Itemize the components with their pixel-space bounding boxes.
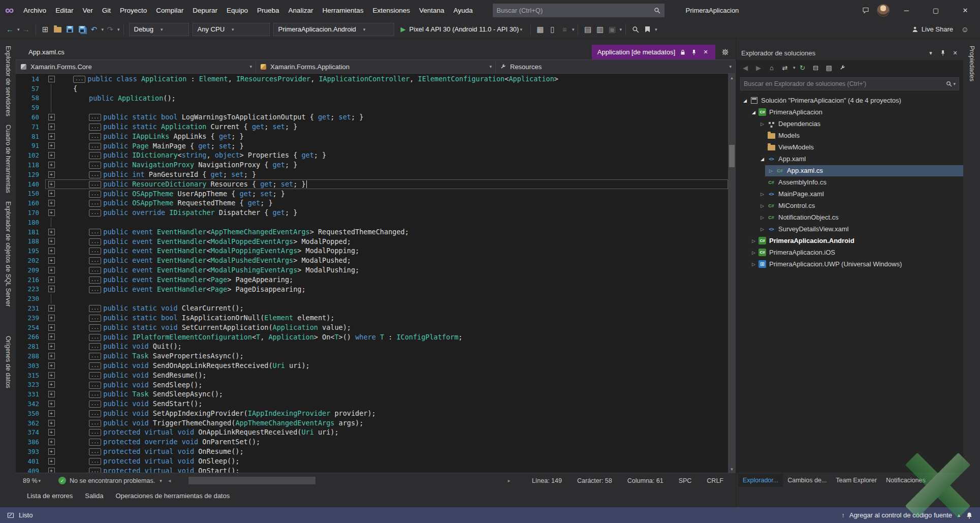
code-line-315[interactable]: 315+...public void SendResume(); xyxy=(16,371,728,380)
menu-ventana[interactable]: Ventana xyxy=(415,5,449,16)
breadcrumb-xamarin-forms-core[interactable]: Xamarin.Forms.Core▾ xyxy=(16,59,256,74)
insert-mode-indicator[interactable]: SPC xyxy=(679,477,692,484)
collapsed-comment-region[interactable]: ... xyxy=(89,362,101,370)
code-line-288[interactable]: 288+...public Task SavePropertiesAsync()… xyxy=(16,351,728,361)
collapsed-comment-region[interactable]: ... xyxy=(89,343,101,350)
code-line-231[interactable]: 231+...public static void ClearCurrent()… xyxy=(16,303,728,313)
fold-gutter[interactable]: + xyxy=(45,447,57,456)
collapsed-comment-region[interactable]: ... xyxy=(89,286,101,293)
expand-region-icon[interactable]: + xyxy=(48,257,55,264)
expand-region-icon[interactable]: + xyxy=(48,133,55,140)
save-all-icon[interactable] xyxy=(76,23,88,36)
bell-icon[interactable] xyxy=(966,512,973,519)
android-device-manager-icon[interactable]: ▯ xyxy=(547,23,558,36)
tree-collapsed-icon[interactable]: ▷ xyxy=(750,238,757,243)
collapsed-comment-region[interactable]: ... xyxy=(89,448,101,455)
solution-search-input[interactable] xyxy=(744,80,946,87)
code-line-57[interactable]: 57{ xyxy=(16,84,728,94)
fold-gutter[interactable]: + xyxy=(45,179,57,189)
redo-icon[interactable]: ↷ xyxy=(104,23,116,36)
collapsed-comment-region[interactable]: ... xyxy=(89,162,101,169)
code-line-195[interactable]: 195+...public event EventHandler<ModalPo… xyxy=(16,246,728,256)
sync-with-active-document-icon[interactable]: ⇄ xyxy=(779,61,791,74)
line-ending-indicator[interactable]: CRLF xyxy=(707,477,723,484)
device-caret-icon[interactable]: ▾ xyxy=(572,27,575,32)
navigate-forward-icon[interactable]: → xyxy=(20,23,32,36)
user-avatar[interactable] xyxy=(874,0,892,20)
tree-item-micontrol-cs[interactable]: ▷C#MiControl.cs xyxy=(736,200,963,211)
search-icon[interactable] xyxy=(946,81,952,87)
collapse-all-icon[interactable]: ⊟ xyxy=(810,61,822,74)
code-line-59[interactable]: 59 xyxy=(16,103,728,112)
fold-gutter[interactable]: + xyxy=(45,285,57,294)
collapsed-comment-region[interactable]: ... xyxy=(89,353,101,360)
forward-icon[interactable]: ▶ xyxy=(752,61,765,74)
expand-region-icon[interactable]: + xyxy=(48,401,55,407)
expand-region-icon[interactable]: + xyxy=(48,114,55,120)
search-icon[interactable] xyxy=(654,7,660,14)
fold-gutter[interactable]: + xyxy=(45,332,57,342)
collapsed-comment-region[interactable]: ... xyxy=(89,410,101,417)
collapsed-comment-region[interactable]: ... xyxy=(89,468,101,473)
undo-icon[interactable]: ↶ xyxy=(88,23,100,36)
collapsed-comment-region[interactable]: ... xyxy=(89,267,101,274)
open-file-icon[interactable] xyxy=(52,23,64,36)
expand-region-icon[interactable]: + xyxy=(48,448,55,455)
panel-tab-notificaciones[interactable]: Notificaciones xyxy=(881,474,930,487)
solution-search-box[interactable]: ▾ xyxy=(740,77,959,90)
collapsed-comment-region[interactable]: ... xyxy=(89,429,101,436)
filter-caret-icon[interactable]: ▾ xyxy=(793,65,796,70)
scroll-up-icon[interactable]: ▴ xyxy=(728,74,736,81)
collapsed-comment-region[interactable]: ... xyxy=(89,200,101,207)
feedback-smiley-icon[interactable]: ☺ xyxy=(959,23,971,36)
scroll-down-icon[interactable]: ▾ xyxy=(728,465,736,473)
global-search-box[interactable] xyxy=(493,4,665,17)
fold-gutter[interactable]: + xyxy=(45,437,57,447)
menu-depurar[interactable]: Depurar xyxy=(188,5,222,16)
search-options-caret-icon[interactable]: ▾ xyxy=(953,81,956,86)
bookmark-caret-icon[interactable]: ▾ xyxy=(655,27,657,32)
horizontal-scrollbar-thumb[interactable] xyxy=(188,477,315,484)
code-line-362[interactable]: 362+...public void TriggerThemeChanged(A… xyxy=(16,418,728,428)
code-line-230[interactable]: 230 xyxy=(16,294,728,303)
scroll-left-icon[interactable]: ◂ xyxy=(166,478,173,483)
fold-gutter[interactable]: + xyxy=(45,237,57,247)
fold-gutter[interactable]: + xyxy=(45,456,57,466)
menu-git[interactable]: Git xyxy=(98,5,115,16)
fold-gutter[interactable]: + xyxy=(45,466,57,473)
code-line-209[interactable]: 209+...public event EventHandler<ModalPu… xyxy=(16,265,728,275)
collapsed-comment-region[interactable]: ... xyxy=(89,439,101,446)
menu-compilar[interactable]: Compilar xyxy=(151,5,188,16)
bottom-tab-operaciones-de-herramientas-de-datos[interactable]: Operaciones de herramientas de datos xyxy=(109,490,236,502)
collapsed-comment-region[interactable]: ... xyxy=(89,229,101,236)
code-line-58[interactable]: 58public Application(); xyxy=(16,94,728,103)
tree-item-models[interactable]: Models xyxy=(736,130,963,141)
expand-region-icon[interactable]: + xyxy=(48,267,55,273)
layout-icon[interactable]: ▤ xyxy=(582,23,593,36)
tree-collapsed-icon[interactable]: ▷ xyxy=(750,262,757,267)
maximize-button[interactable]: ▢ xyxy=(921,0,951,20)
expand-region-icon[interactable]: + xyxy=(48,372,55,379)
fold-gutter[interactable]: + xyxy=(45,313,57,323)
fold-gutter[interactable]: + xyxy=(45,132,57,141)
background-task-icon[interactable] xyxy=(7,512,14,519)
fold-gutter[interactable]: + xyxy=(45,256,57,265)
menu-proyecto[interactable]: Proyecto xyxy=(115,5,151,16)
menu-archivo[interactable]: Archivo xyxy=(19,5,51,16)
fold-gutter[interactable]: + xyxy=(45,265,57,275)
code-line-102[interactable]: 102+...public IDictionary<string, object… xyxy=(16,150,728,160)
tree-item-app-xaml-cs[interactable]: ▷C#App.xaml.cs xyxy=(736,165,963,176)
close-tab-icon[interactable]: ✕ xyxy=(702,49,710,55)
expand-region-icon[interactable]: + xyxy=(48,305,55,312)
expand-region-icon[interactable]: + xyxy=(48,229,55,235)
collapsed-comment-region[interactable]: ... xyxy=(89,238,101,245)
tree-collapsed-icon[interactable]: ▷ xyxy=(767,168,775,173)
document-health-indicator[interactable]: ✓ No se encontraron problemas. ▾ xyxy=(58,477,162,484)
fold-gutter[interactable]: + xyxy=(45,246,57,256)
side-tab-cuadro-de-herramientas[interactable]: Cuadro de herramientas xyxy=(5,125,12,193)
zoom-control[interactable]: 89 % ▾ xyxy=(16,477,58,484)
code-line-91[interactable]: 91+...public Page MainPage { get; set; } xyxy=(16,141,728,151)
expand-region-icon[interactable]: + xyxy=(48,343,55,350)
horizontal-scrollbar[interactable]: ◂ ▸ xyxy=(166,473,513,488)
properties-wrench-icon[interactable] xyxy=(836,61,848,74)
